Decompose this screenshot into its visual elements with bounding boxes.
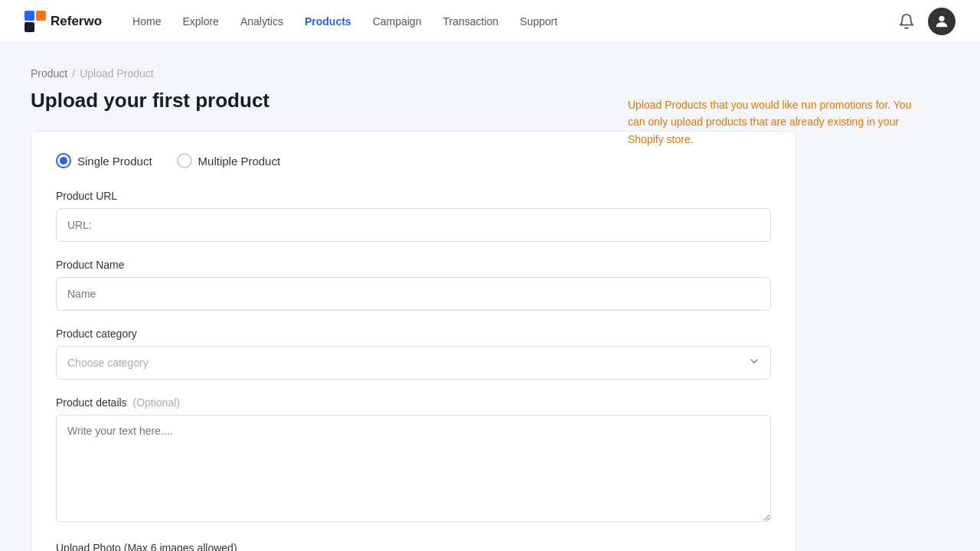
product-details-label: Product details (Optional): [56, 396, 771, 409]
brand-name: Referwo: [51, 14, 102, 29]
upload-photo-group: Upload Photo (Max 6 images allowed): [56, 542, 771, 551]
breadcrumb: Product / Upload Product: [31, 67, 949, 80]
multiple-product-option[interactable]: Multiple Product: [177, 153, 281, 168]
nav-campaign[interactable]: Campaign: [373, 15, 422, 28]
product-url-label: Product URL: [56, 190, 771, 202]
product-name-input[interactable]: [56, 277, 771, 311]
logo-icon: [24, 11, 46, 32]
nav-analytics[interactable]: Analytics: [240, 15, 283, 28]
product-name-label: Product Name: [56, 259, 771, 271]
nav-links: Home Explore Analytics Products Campaign…: [132, 15, 897, 28]
breadcrumb-parent[interactable]: Product: [31, 67, 67, 80]
nav-transaction[interactable]: Transaction: [443, 15, 498, 28]
product-type-group: Single Product Multiple Product: [56, 153, 771, 168]
svg-rect-0: [24, 11, 34, 21]
product-category-select[interactable]: Choose category: [56, 346, 771, 380]
single-product-option[interactable]: Single Product: [56, 153, 152, 168]
breadcrumb-current: Upload Product: [80, 67, 154, 80]
product-name-group: Product Name: [56, 259, 771, 311]
brand-logo[interactable]: Referwo: [24, 11, 102, 32]
breadcrumb-separator: /: [72, 67, 75, 80]
product-details-textarea[interactable]: [56, 415, 771, 522]
product-details-optional: (Optional): [133, 396, 180, 409]
user-avatar[interactable]: [928, 8, 956, 35]
nav-home[interactable]: Home: [132, 15, 161, 28]
navbar: Referwo Home Explore Analytics Products …: [0, 0, 980, 43]
single-product-radio[interactable]: [56, 153, 71, 168]
notification-bell[interactable]: [897, 12, 916, 31]
multiple-product-label: Multiple Product: [198, 155, 281, 168]
info-box: Upload Products that you would like run …: [628, 96, 919, 148]
category-select-wrapper: Choose category: [56, 346, 771, 380]
product-url-group: Product URL: [56, 190, 771, 242]
single-product-label: Single Product: [77, 155, 152, 168]
product-category-label: Product category: [56, 328, 771, 340]
upload-photo-label: Upload Photo (Max 6 images allowed): [56, 542, 771, 551]
product-details-group: Product details (Optional): [56, 396, 771, 525]
product-url-input[interactable]: [56, 208, 771, 242]
nav-explore[interactable]: Explore: [182, 15, 218, 28]
form-card: Single Product Multiple Product Product …: [31, 131, 796, 551]
multiple-product-radio[interactable]: [177, 153, 192, 168]
nav-support[interactable]: Support: [520, 15, 557, 28]
svg-point-3: [939, 15, 944, 21]
svg-rect-2: [24, 22, 34, 32]
nav-products[interactable]: Products: [305, 15, 351, 28]
nav-right: [897, 8, 956, 35]
product-category-group: Product category Choose category: [56, 328, 771, 380]
svg-rect-1: [36, 11, 46, 21]
